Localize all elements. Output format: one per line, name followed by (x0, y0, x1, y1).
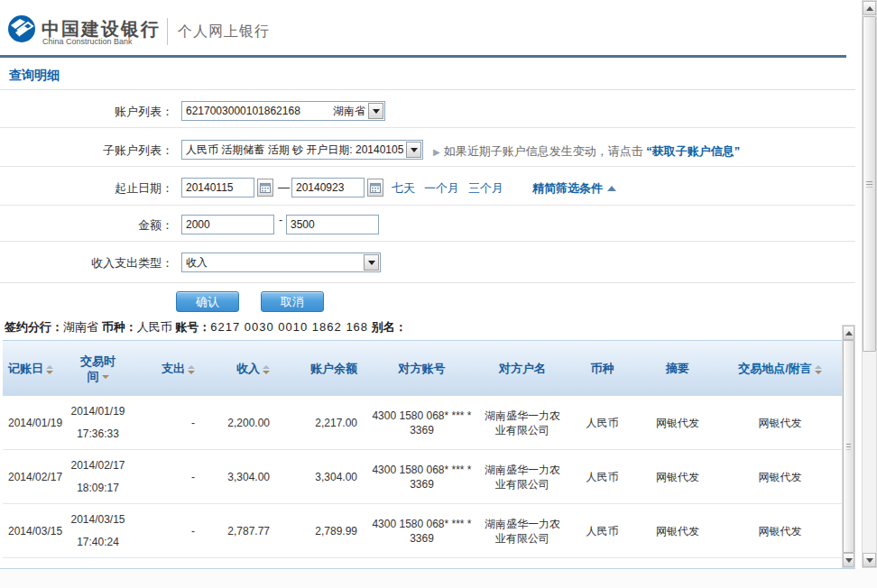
txn-date: 2014/01/19 (69, 404, 127, 418)
cell-post-date: 2014/03/15 (3, 524, 69, 538)
sort-icon[interactable] (188, 365, 195, 374)
cell-income: 3,304.00 (204, 470, 279, 484)
quick-link-one-month[interactable]: 一个月 (424, 180, 459, 197)
txn-time: 18:09:17 (69, 481, 127, 495)
cell-currency: 人民币 (568, 470, 637, 484)
table-row: 2014/03/15 2014/03/1517:40:24 - 2,787.77… (3, 504, 842, 558)
date-from-calendar-icon[interactable] (257, 179, 273, 197)
header-rule (0, 55, 846, 58)
cell-cp-account: 4300 1580 068* *** * 3369 (366, 409, 477, 437)
subaccount-select-arrow-icon[interactable] (406, 142, 421, 158)
subaccount-list-label: 子账户列表： (0, 142, 173, 159)
table-scrollbar[interactable] (842, 325, 855, 568)
col-header-txn-time[interactable]: 交易时间 (69, 354, 127, 384)
filter-collapse-toggle[interactable]: 精简筛选条件 (532, 180, 616, 197)
page-scrollbar-thumb[interactable] (863, 16, 876, 352)
col-header-post-date[interactable]: 记账日 (3, 361, 69, 376)
cell-cp-name: 湖南盛华一力农业有限公司 (477, 463, 568, 492)
alias-label: 别名： (372, 320, 407, 334)
page-scrollbar[interactable] (862, 0, 877, 568)
type-select-arrow-icon[interactable] (364, 254, 379, 271)
col-header-location[interactable]: 交易地点/附言 (718, 361, 842, 376)
col-header-summary: 摘要 (637, 361, 718, 376)
branch-label: 签约分行： (5, 320, 63, 334)
date-dash: — (278, 180, 290, 194)
cell-summary: 网银代发 (637, 416, 718, 430)
account-number-value: 6217 0030 0010 1862 168 (210, 320, 368, 334)
cell-expense: - (127, 524, 204, 538)
txn-date: 2014/02/17 (69, 458, 127, 473)
currency-label: 币种： (102, 320, 137, 334)
cell-balance: 2,789.99 (279, 524, 366, 538)
bottom-strip (0, 569, 877, 588)
account-select[interactable]: 6217003000101862168 湖南省 (181, 101, 385, 121)
col-header-cp-name: 对方户名 (477, 361, 568, 376)
date-to-calendar-icon[interactable] (367, 179, 383, 197)
amount-dash: - (279, 213, 282, 226)
table-row: 2014/01/19 2014/01/1917:36:33 - 2,200.00… (3, 396, 842, 450)
cell-income: 2,787.77 (204, 524, 279, 538)
sort-icon[interactable] (102, 375, 109, 379)
income-expense-type-label: 收入支出类型： (0, 255, 173, 271)
date-range-label: 起止日期： (0, 180, 173, 197)
cancel-button[interactable]: 取消 (261, 291, 324, 312)
col-label: 记账日 (8, 362, 43, 375)
amount-to-input[interactable] (286, 215, 379, 234)
quick-link-three-months[interactable]: 三个月 (468, 180, 503, 197)
get-subaccount-info-link[interactable]: 获取子账户信息 (652, 144, 734, 158)
amount-from-input[interactable] (181, 215, 274, 234)
account-select-value: 6217003000101862168 (182, 105, 333, 117)
account-select-region: 湖南省 (333, 104, 367, 119)
note-bullet-icon: ▶ (433, 147, 440, 157)
col-label: 币种 (591, 362, 614, 375)
confirm-button[interactable]: 确认 (176, 291, 239, 312)
table-scroll-up-icon[interactable] (843, 326, 854, 340)
table-scrollbar-thumb[interactable] (843, 340, 854, 553)
col-header-balance: 账户余额 (279, 361, 366, 376)
col-label: 账户余额 (310, 362, 357, 375)
cell-txn-time: 2014/01/1917:36:33 (69, 404, 127, 441)
quick-link-seven-days[interactable]: 七天 (392, 180, 415, 197)
subaccount-select[interactable]: 人民币 活期储蓄 活期 钞 开户日期: 20140105 (181, 140, 423, 160)
cell-expense: - (127, 416, 204, 430)
subaccount-note: ▶如果近期子账户信息发生变动，请点击 “获取子账户信息” (433, 143, 740, 160)
table-scroll-down-icon[interactable] (843, 553, 854, 567)
page-scroll-down-icon[interactable] (863, 553, 876, 567)
currency-value: 人民币 (137, 320, 172, 334)
sort-icon[interactable] (46, 365, 53, 374)
portal-name: 个人网上银行 (178, 23, 270, 41)
ccb-logo-icon (7, 14, 36, 43)
cell-cp-name: 湖南盛华一力农业有限公司 (477, 409, 568, 437)
account-list-label: 账户列表： (0, 104, 173, 120)
cell-income: 2,200.00 (204, 416, 279, 430)
cell-summary: 网银代发 (637, 524, 718, 538)
col-label: 对方账号 (399, 362, 446, 375)
table-header-row: 记账日 交易时间 支出 收入 账户余额 对方账号 对方户名 币种 摘要 交易地点… (3, 340, 842, 396)
collapse-up-arrow-icon (607, 186, 616, 191)
cell-currency: 人民币 (568, 416, 637, 430)
col-label: 支出 (162, 362, 185, 375)
filter-toggle-label: 精简筛选条件 (532, 181, 603, 195)
date-to-input[interactable] (291, 178, 365, 198)
ccb-personal-banking-page: 中国建设银行 China Construction Bank 个人网上银行 查询… (0, 0, 877, 588)
txn-date: 2014/03/15 (69, 512, 127, 527)
col-header-income[interactable]: 收入 (204, 361, 279, 376)
income-expense-type-value: 收入 (182, 255, 363, 271)
cell-expense: - (127, 470, 204, 484)
cell-balance: 2,217.00 (279, 416, 366, 430)
row-separator (0, 127, 855, 128)
cell-location: 网银代发 (718, 416, 842, 430)
sort-icon[interactable] (263, 365, 270, 374)
col-header-expense[interactable]: 支出 (127, 361, 204, 376)
account-select-arrow-icon[interactable] (368, 103, 383, 119)
col-label: 摘要 (666, 362, 689, 375)
page-scroll-up-icon[interactable] (863, 1, 876, 15)
table-row: 2014/02/17 2014/02/1718:09:17 - 3,304.00… (3, 450, 842, 504)
cell-post-date: 2014/01/19 (3, 416, 69, 430)
cell-post-date: 2014/02/17 (3, 470, 69, 484)
sort-icon[interactable] (815, 365, 822, 374)
header-divider (167, 18, 168, 45)
income-expense-type-select[interactable]: 收入 (181, 253, 381, 272)
transactions-table: 记账日 交易时间 支出 收入 账户余额 对方账号 对方户名 币种 摘要 交易地点… (3, 340, 842, 558)
date-from-input[interactable] (181, 178, 254, 198)
